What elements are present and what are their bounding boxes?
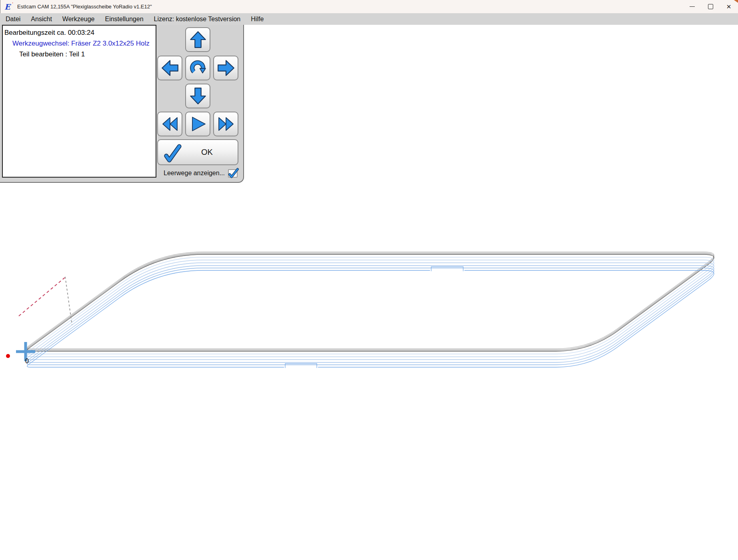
toolpath-pass <box>27 268 714 365</box>
minimize-button[interactable] <box>683 0 701 13</box>
job-line-toolchange: Werkzeugwechsel: Fräser Z2 3.0x12x25 Hol… <box>3 38 156 49</box>
play-button[interactable] <box>185 112 210 136</box>
rapid-move-red <box>19 278 65 316</box>
origin-label: 0 <box>25 358 29 364</box>
menu-datei[interactable]: Datei <box>0 13 26 25</box>
step-forward-button[interactable] <box>213 112 238 136</box>
toolpath-pass <box>27 257 714 354</box>
move-up-button[interactable] <box>185 27 210 52</box>
rewind-icon <box>161 116 179 132</box>
ok-button-label: OK <box>184 148 230 157</box>
ok-button[interactable]: OK <box>157 139 238 165</box>
control-panel: Bearbeitungszeit ca. 00:03:24 Werkzeugwe… <box>0 25 244 183</box>
menu-hilfe[interactable]: Hilfe <box>246 13 269 25</box>
move-left-button[interactable] <box>157 56 182 80</box>
leerwege-label: Leerwege anzeigen... <box>164 170 225 177</box>
arrow-left-icon <box>161 59 179 77</box>
menu-ansicht[interactable]: Ansicht <box>26 13 57 25</box>
close-button[interactable]: ✕ <box>720 0 738 13</box>
title-bar: E ʼ EstIcam CAM 12,155A "Plexiglasscheib… <box>0 0 738 13</box>
move-down-button[interactable] <box>185 84 210 108</box>
menu-werkzeuge[interactable]: Werkzeuge <box>57 13 100 25</box>
fast-forward-icon <box>217 116 235 132</box>
rotate-button[interactable] <box>185 56 210 80</box>
start-point-dot <box>6 354 10 358</box>
app-logo-icon: E ʼ <box>4 3 12 11</box>
menu-bar: Datei Ansicht Werkzeuge Einstellungen Li… <box>0 13 738 25</box>
leerwege-checkbox[interactable] <box>228 169 238 178</box>
maximize-button[interactable] <box>701 0 720 13</box>
menu-einstellungen[interactable]: Einstellungen <box>100 13 148 25</box>
close-icon: ✕ <box>726 4 732 10</box>
tab-mask <box>284 366 318 368</box>
maximize-icon <box>708 4 713 9</box>
job-list[interactable]: Bearbeitungszeit ca. 00:03:24 Werkzeugwe… <box>2 25 156 178</box>
toolpath-pass <box>27 270 714 367</box>
arrow-down-icon <box>189 87 207 105</box>
checkbox-check-icon <box>228 167 240 179</box>
tab-mask <box>430 270 464 272</box>
job-line-time: Bearbeitungszeit ca. 00:03:24 <box>3 27 156 38</box>
leerwege-toggle[interactable]: Leerwege anzeigen... <box>158 167 238 179</box>
app-logo-accent: ʼ <box>12 2 13 6</box>
move-right-button[interactable] <box>213 56 238 80</box>
minimize-icon <box>690 6 695 7</box>
play-icon <box>189 116 207 132</box>
toolpath-pass <box>27 254 714 351</box>
window-title: EstIcam CAM 12,155A "Plexiglasscheibe Yo… <box>17 4 152 10</box>
arrow-up-icon <box>189 31 207 48</box>
app-logo-letter: E <box>4 3 12 11</box>
checkmark-icon <box>163 142 184 163</box>
rotate-icon <box>189 59 207 77</box>
job-line-part: Teil bearbeiten : Teil 1 <box>3 49 156 60</box>
window-controls: ✕ <box>683 0 738 13</box>
step-back-button[interactable] <box>157 112 182 136</box>
arrow-right-icon <box>217 59 235 77</box>
menu-lizenz[interactable]: Lizenz: kostenlose Testversion <box>149 13 246 25</box>
